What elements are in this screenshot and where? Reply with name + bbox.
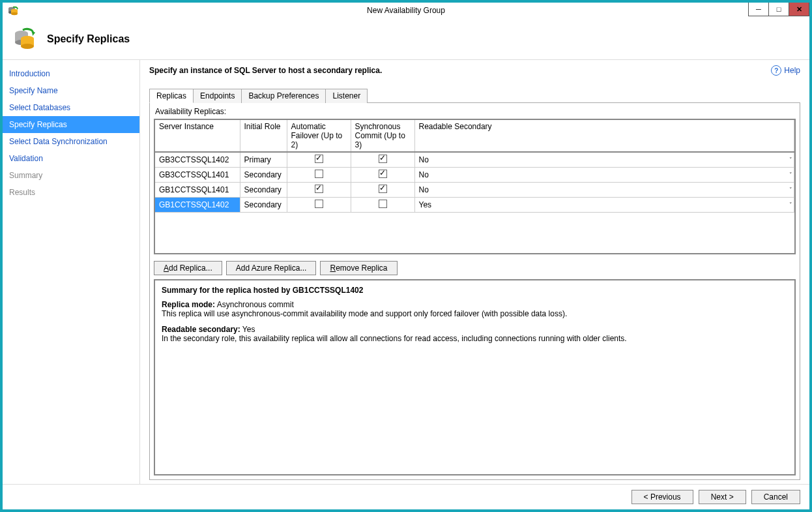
readable-secondary-combo[interactable]: Yes˅ <box>419 200 793 209</box>
nav-item-summary: Summary <box>3 167 139 184</box>
chevron-down-icon[interactable]: ˅ <box>789 157 792 163</box>
help-link[interactable]: ? Help <box>771 65 800 76</box>
sync-commit-cell[interactable] <box>351 152 414 168</box>
sync-commit-checkbox[interactable] <box>379 200 387 208</box>
server-instance-cell[interactable]: GB3CCTSSQL1401 <box>155 168 240 183</box>
tab-backup-preferences[interactable]: Backup Preferences <box>242 89 326 103</box>
auto-failover-checkbox[interactable] <box>315 185 323 193</box>
previous-button[interactable]: < Previous <box>631 490 693 504</box>
remove-replica-button[interactable]: Remove Replica <box>320 261 397 275</box>
tab-replicas[interactable]: Replicas <box>149 89 194 103</box>
add-azure-replica-button[interactable]: Add Azure Replica... <box>226 261 317 275</box>
auto-failover-cell[interactable] <box>287 183 351 198</box>
col-auto-failover[interactable]: Automatic Failover (Up to 2) <box>287 120 351 152</box>
maximize-button[interactable]: □ <box>768 3 789 16</box>
titlebar: New Availability Group ─ □ ✕ <box>3 3 809 19</box>
cancel-button[interactable]: Cancel <box>751 490 800 504</box>
replicas-icon <box>13 27 38 52</box>
sync-commit-checkbox[interactable] <box>379 185 387 193</box>
nav-item-specify-name[interactable]: Specify Name <box>3 82 139 99</box>
server-instance-cell[interactable]: GB1CCTSSQL1401 <box>155 183 240 198</box>
replicas-grid: Server Instance Initial Role Automatic F… <box>154 119 796 254</box>
server-instance-cell[interactable]: GB1CCTSSQL1402 <box>155 198 240 213</box>
wizard-header: Specify Replicas <box>3 19 809 60</box>
nav-item-validation[interactable]: Validation <box>3 150 139 167</box>
window-title: New Availability Group <box>3 6 809 15</box>
svg-marker-6 <box>17 7 18 10</box>
initial-role-cell: Secondary <box>240 183 287 198</box>
table-row[interactable]: GB1CCTSSQL1402SecondaryYes˅ <box>155 198 794 213</box>
help-icon: ? <box>771 65 781 76</box>
nav-item-results: Results <box>3 184 139 201</box>
col-readable-secondary[interactable]: Readable Secondary <box>414 120 794 152</box>
wizard-nav: IntroductionSpecify NameSelect Databases… <box>3 60 140 484</box>
col-initial-role[interactable]: Initial Role <box>240 120 287 152</box>
readable-secondary-combo[interactable]: No˅ <box>419 170 793 179</box>
readable-secondary-value: Yes <box>242 325 255 334</box>
table-row[interactable]: GB1CCTSSQL1401SecondaryNo˅ <box>155 183 794 198</box>
tab-listener[interactable]: Listener <box>326 89 368 103</box>
chevron-down-icon[interactable]: ˅ <box>789 202 792 208</box>
auto-failover-cell[interactable] <box>287 168 351 183</box>
tab-bar: ReplicasEndpointsBackup PreferencesListe… <box>149 89 800 102</box>
auto-failover-checkbox[interactable] <box>315 155 323 163</box>
sync-commit-checkbox[interactable] <box>379 155 387 163</box>
add-replica-button[interactable]: Add Replica... <box>154 261 222 275</box>
table-row[interactable]: GB3CCTSSQL1402PrimaryNo˅ <box>155 152 794 168</box>
readable-secondary-desc: In the secondary role, this availability… <box>162 334 788 343</box>
initial-role-cell: Secondary <box>240 168 287 183</box>
table-row[interactable]: GB3CCTSSQL1401SecondaryNo˅ <box>155 168 794 183</box>
app-icon <box>8 5 18 16</box>
summary-panel: Summary for the replica hosted by GB1CCT… <box>154 279 796 475</box>
readable-secondary-cell[interactable]: No˅ <box>414 183 794 198</box>
summary-heading: Summary for the replica hosted by GB1CCT… <box>162 286 363 295</box>
readable-secondary-cell[interactable]: Yes˅ <box>414 198 794 213</box>
replica-mode-label: Replica mode: <box>162 300 215 309</box>
replica-mode-value: Asynchronous commit <box>217 300 294 309</box>
col-server-instance[interactable]: Server Instance <box>155 120 240 152</box>
initial-role-cell: Primary <box>240 152 287 168</box>
chevron-down-icon[interactable]: ˅ <box>789 187 792 193</box>
replica-mode-desc: This replica will use asynchronous-commi… <box>162 309 788 318</box>
svg-point-12 <box>21 44 34 49</box>
nav-item-select-databases[interactable]: Select Databases <box>3 99 139 116</box>
svg-point-5 <box>11 12 18 15</box>
readable-secondary-combo[interactable]: No˅ <box>419 185 793 194</box>
nav-item-select-data-synchronization[interactable]: Select Data Synchronization <box>3 133 139 150</box>
nav-item-introduction[interactable]: Introduction <box>3 65 139 82</box>
readable-secondary-cell[interactable]: No˅ <box>414 152 794 168</box>
close-button[interactable]: ✕ <box>789 3 809 16</box>
help-label: Help <box>784 66 800 75</box>
tab-endpoints[interactable]: Endpoints <box>194 89 242 103</box>
chevron-down-icon[interactable]: ˅ <box>789 172 792 178</box>
server-instance-cell[interactable]: GB3CCTSSQL1402 <box>155 152 240 168</box>
auto-failover-cell[interactable] <box>287 152 351 168</box>
minimize-button[interactable]: ─ <box>748 3 769 16</box>
instruction-text: Specify an instance of SQL Server to hos… <box>149 66 382 75</box>
initial-role-cell: Secondary <box>240 198 287 213</box>
auto-failover-checkbox[interactable] <box>315 200 323 208</box>
sync-commit-cell[interactable] <box>351 183 414 198</box>
sync-commit-cell[interactable] <box>351 198 414 213</box>
auto-failover-checkbox[interactable] <box>315 170 323 178</box>
sync-commit-checkbox[interactable] <box>379 170 387 178</box>
auto-failover-cell[interactable] <box>287 198 351 213</box>
section-label: Availability Replicas: <box>155 107 796 116</box>
sync-commit-cell[interactable] <box>351 168 414 183</box>
readable-secondary-label: Readable secondary: <box>162 325 240 334</box>
readable-secondary-combo[interactable]: No˅ <box>419 155 793 164</box>
col-sync-commit[interactable]: Synchronous Commit (Up to 3) <box>351 120 414 152</box>
wizard-footer: < Previous Next > Cancel <box>3 484 809 509</box>
page-title: Specify Replicas <box>47 33 130 45</box>
readable-secondary-cell[interactable]: No˅ <box>414 168 794 183</box>
nav-item-specify-replicas[interactable]: Specify Replicas <box>3 116 139 133</box>
next-button[interactable]: Next > <box>699 490 746 504</box>
